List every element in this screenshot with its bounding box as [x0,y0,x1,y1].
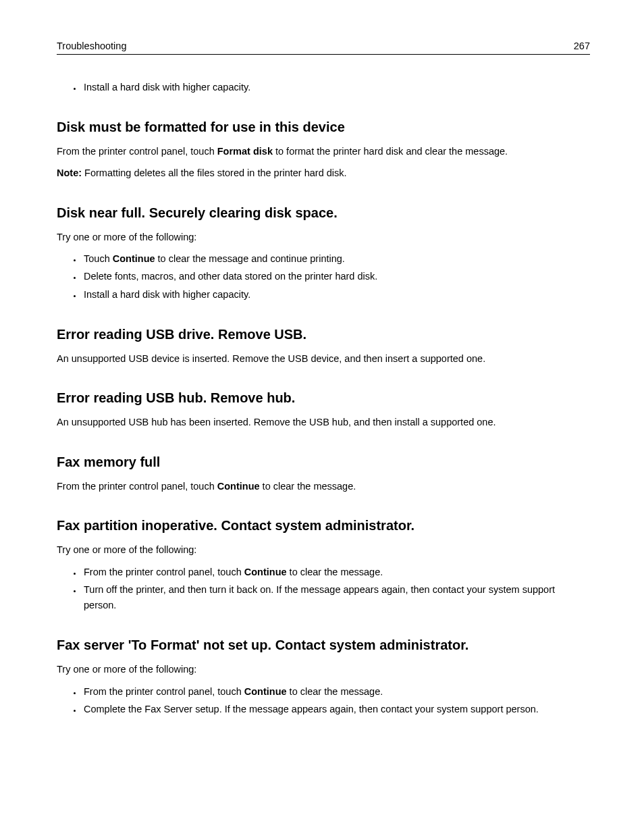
section-disk-format: Disk must be formatted for use in this d… [57,118,590,181]
list-item: Complete the Fax Server setup. If the me… [82,702,590,717]
list-item: Install a hard disk with higher capacity… [82,80,590,95]
text-run: to clear the message. [287,567,383,577]
body-text: An unsupported USB device is inserted. R… [57,351,590,366]
text-run: to clear the message and continue printi… [155,253,345,264]
text-run: From the printer control panel, touch [57,481,217,492]
list-item: Turn off the printer, and then turn it b… [82,582,590,613]
text-run: From the printer control panel, touch [84,686,244,697]
bullet-list: Touch Continue to clear the message and … [57,251,590,303]
body-text: Note: Formatting deletes all the files s… [57,165,590,180]
bullet-list: From the printer control panel, touch Co… [57,565,590,614]
bullet-list: From the printer control panel, touch Co… [57,684,590,717]
text-run: to clear the message. [260,481,356,492]
header-title: Troubleshooting [57,41,126,51]
list-item: From the printer control panel, touch Co… [82,565,590,580]
body-text: Try one or more of the following: [57,542,590,557]
bold-term: Continue [244,567,287,577]
section-heading: Disk must be formatted for use in this d… [57,118,590,136]
section-usb-hub: Error reading USB hub. Remove hub. An un… [57,389,590,429]
section-heading: Error reading USB hub. Remove hub. [57,389,590,407]
bold-term: Continue [113,253,155,264]
body-text: From the printer control panel, touch Fo… [57,144,590,159]
text-run: to clear the message. [287,686,383,697]
bold-term: Continue [217,481,260,492]
body-text: Try one or more of the following: [57,230,590,244]
body-text: Try one or more of the following: [57,662,590,677]
section-disk-near-full: Disk near full. Securely clearing disk s… [57,204,590,303]
text-run: Touch [84,253,113,264]
section-heading: Fax partition inoperative. Contact syste… [57,517,590,534]
list-item: Install a hard disk with higher capacity… [82,287,590,303]
text-run: Formatting deletes all the files stored … [82,167,347,178]
body-text: An unsupported USB hub has been inserted… [57,415,590,429]
document-page: Troubleshooting 267 Install a hard disk … [0,0,644,834]
page-header: Troubleshooting 267 [57,41,590,55]
section-fax-server: Fax server 'To Format' not set up. Conta… [57,636,590,717]
section-heading: Fax server 'To Format' not set up. Conta… [57,636,590,654]
section-heading: Disk near full. Securely clearing disk s… [57,204,590,221]
section-heading: Fax memory full [57,453,590,471]
section-heading: Error reading USB drive. Remove USB. [57,325,590,343]
text-run: to format the printer hard disk and clea… [273,146,508,157]
page-number: 267 [574,41,590,51]
section-fax-memory: Fax memory full From the printer control… [57,453,590,494]
body-text: From the printer control panel, touch Co… [57,479,590,494]
section-usb-drive: Error reading USB drive. Remove USB. An … [57,325,590,366]
list-item: From the printer control panel, touch Co… [82,684,590,700]
list-item: Touch Continue to clear the message and … [82,251,590,267]
bold-term: Continue [244,686,287,697]
text-run: From the printer control panel, touch [84,567,244,577]
note-label: Note: [57,167,82,178]
section-fax-partition: Fax partition inoperative. Contact syste… [57,517,590,613]
orphan-bullet-list: Install a hard disk with higher capacity… [57,80,590,95]
text-run: From the printer control panel, touch [57,146,217,157]
bold-term: Format disk [217,146,273,157]
list-item: Delete fonts, macros, and other data sto… [82,269,590,284]
